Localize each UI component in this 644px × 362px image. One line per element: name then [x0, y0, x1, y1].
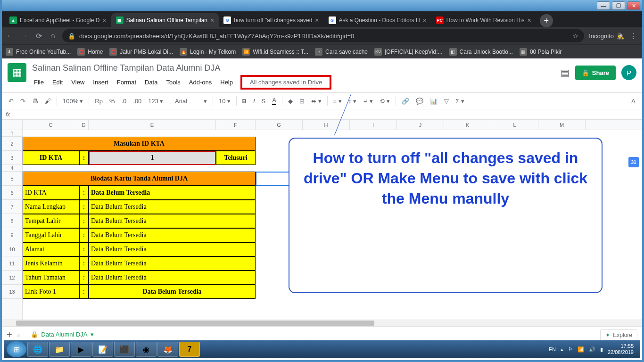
row-header[interactable]: 6: [2, 186, 22, 200]
scrollbar-thumb[interactable]: [16, 321, 374, 326]
cell[interactable]: Data Belum Tersedia: [89, 242, 256, 256]
cell[interactable]: :: [79, 214, 89, 228]
wrap-button[interactable]: ⤶ ▾: [360, 96, 376, 107]
cell[interactable]: Data Belum Tersedia: [89, 186, 256, 200]
chart-button[interactable]: 📊: [427, 96, 440, 107]
formula-bar[interactable]: fx: [2, 109, 642, 120]
menu-add-ons[interactable]: Add-ons: [185, 77, 215, 88]
horizontal-scrollbar[interactable]: [2, 320, 642, 326]
system-tray[interactable]: EN ▴ ⚐ 📶 🔊 ▮ 17:5522/08/2019: [549, 343, 637, 355]
start-button[interactable]: ⊞: [7, 341, 26, 357]
menu-insert[interactable]: Insert: [89, 77, 112, 88]
taskbar-notes-icon[interactable]: 📝: [92, 342, 113, 357]
home-button[interactable]: ⌂: [48, 31, 58, 41]
menu-file[interactable]: File: [30, 77, 48, 88]
browser-tab[interactable]: GAsk a Question - Docs Editors H×: [324, 13, 431, 27]
add-sheet-button[interactable]: +: [7, 329, 12, 340]
column-header[interactable]: L: [491, 120, 538, 130]
browser-tab[interactable]: ▲Excel and AppSheet - Google D×: [5, 13, 111, 27]
row-header[interactable]: 7: [2, 200, 22, 214]
cell[interactable]: Masukan ID KTA: [23, 137, 256, 151]
browser-tab[interactable]: PCHow to Work With Revision His×: [431, 13, 536, 27]
cell[interactable]: Data Belum Tersedia: [89, 285, 256, 299]
bookmark-item[interactable]: KV[OFFICIAL] KeepVid:...: [374, 48, 443, 56]
menu-format[interactable]: Format: [113, 77, 140, 88]
collapse-toolbar-button[interactable]: ᐱ: [628, 96, 638, 107]
reload-button[interactable]: ⟳: [34, 31, 43, 41]
increase-decimal-button[interactable]: .00: [130, 96, 144, 107]
tab-close-icon[interactable]: ×: [102, 16, 106, 24]
taskbar-firefox-icon[interactable]: 🦊: [157, 342, 178, 357]
cell[interactable]: Link Foto 1: [23, 285, 79, 299]
bold-button[interactable]: B: [239, 96, 249, 107]
column-header[interactable]: J: [397, 120, 444, 130]
cell[interactable]: Biodata Kartu Tanda Alumni DJA: [23, 172, 256, 186]
saved-status-link[interactable]: All changes saved in Drive: [246, 77, 326, 88]
column-header[interactable]: E: [89, 120, 216, 130]
undo-button[interactable]: ↶: [6, 96, 17, 107]
paint-format-button[interactable]: 🖌: [42, 96, 54, 107]
taskbar-explorer-icon[interactable]: 📁: [49, 342, 70, 357]
cell[interactable]: 1: [89, 151, 216, 165]
tab-close-icon[interactable]: ×: [210, 16, 214, 24]
cell[interactable]: Nama Lengkap: [23, 200, 79, 214]
print-button[interactable]: 🖶: [29, 96, 41, 107]
column-header[interactable]: F: [216, 120, 256, 130]
merge-button[interactable]: ⬌ ▾: [308, 96, 324, 107]
cell[interactable]: :: [79, 200, 89, 214]
row-header[interactable]: 9: [2, 228, 22, 242]
font-select[interactable]: Arial▾: [172, 96, 210, 107]
functions-button[interactable]: Σ ▾: [453, 96, 467, 107]
decrease-decimal-button[interactable]: .0: [118, 96, 129, 107]
cell[interactable]: Jenis Kelamin: [23, 256, 79, 271]
text-color-button[interactable]: A: [269, 95, 279, 107]
row-header[interactable]: 11: [2, 256, 22, 271]
row-header[interactable]: 10: [2, 242, 22, 256]
bookmark-item[interactable]: eCara save cache: [315, 48, 368, 56]
browser-tab[interactable]: ▦Salinan Salinan Offline Tampilan×: [111, 13, 219, 27]
column-header[interactable]: I: [350, 120, 397, 130]
cell[interactable]: Data Belum Tersedia: [89, 228, 256, 242]
column-header[interactable]: M: [538, 120, 586, 130]
cell[interactable]: ID KTA: [23, 186, 79, 200]
row-header[interactable]: 13: [2, 285, 22, 299]
explore-button[interactable]: ✦ Explore: [600, 329, 637, 341]
borders-button[interactable]: ⊞: [297, 96, 307, 107]
currency-button[interactable]: Rp: [92, 96, 106, 107]
rotate-button[interactable]: ⟲ ▾: [377, 96, 393, 107]
comment-button[interactable]: 💬: [413, 96, 426, 107]
cell[interactable]: Alamat: [23, 242, 79, 256]
column-header[interactable]: K: [444, 120, 491, 130]
strike-button[interactable]: S: [259, 96, 269, 107]
forward-button[interactable]: →: [20, 31, 29, 41]
column-header[interactable]: C: [23, 120, 79, 130]
taskbar-ie-icon[interactable]: 🌐: [27, 342, 48, 357]
taskbar-chrome-icon[interactable]: ◉: [136, 342, 157, 357]
tray-battery-icon[interactable]: ▮: [600, 346, 603, 353]
zoom-select[interactable]: 100% ▾: [60, 96, 86, 107]
bookmark-item[interactable]: ⬇Free Online YouTub...: [6, 48, 71, 56]
row-header[interactable]: 8: [2, 214, 22, 228]
cell[interactable]: ID KTA: [23, 151, 79, 165]
font-size-select[interactable]: 10 ▾: [216, 96, 233, 107]
back-button[interactable]: ←: [6, 31, 15, 41]
column-header[interactable]: G: [256, 120, 303, 130]
menu-edit[interactable]: Edit: [49, 77, 66, 88]
row-header[interactable]: 12: [2, 271, 22, 285]
cell[interactable]: :: [79, 285, 89, 299]
cell[interactable]: Tahun Tamatan: [23, 271, 79, 285]
menu-tools[interactable]: Tools: [162, 77, 184, 88]
sheets-logo-icon[interactable]: ▦: [8, 63, 26, 82]
row-header[interactable]: 5: [2, 172, 22, 186]
window-close[interactable]: ✕: [627, 1, 640, 10]
tray-lang[interactable]: EN: [549, 346, 556, 352]
comments-icon[interactable]: ▤: [561, 67, 570, 78]
link-button[interactable]: 🔗: [399, 96, 412, 107]
menu-data[interactable]: Data: [141, 77, 161, 88]
tab-close-icon[interactable]: ×: [315, 16, 319, 24]
bookmark-item[interactable]: ⭕Home: [77, 48, 103, 56]
cell[interactable]: Tanggal Lahir: [23, 228, 79, 242]
cell[interactable]: Data Belum Tersedia: [89, 271, 256, 285]
cell[interactable]: Tempat Lahir: [23, 214, 79, 228]
tray-up-icon[interactable]: ▴: [561, 346, 563, 353]
